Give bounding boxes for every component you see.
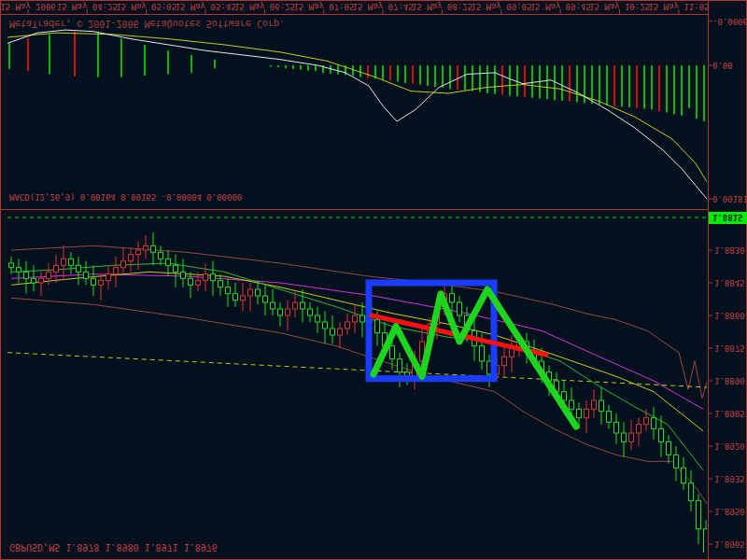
candle-body [159, 252, 163, 259]
candle-body [689, 483, 694, 501]
candle-body [450, 294, 455, 302]
candle-body [204, 274, 208, 281]
candle-body [458, 302, 462, 315]
candle-body [585, 409, 589, 417]
candle-body [614, 422, 619, 433]
candle-body [629, 433, 634, 441]
candle-body [256, 289, 261, 296]
price-axis-label: 1.8920 [714, 441, 745, 451]
candle-body [562, 392, 567, 400]
candle-body [398, 359, 402, 372]
candle-body [480, 346, 485, 361]
candle-body [32, 278, 36, 283]
candle-body [77, 265, 81, 272]
time-axis-label: 15 May 05:45 [176, 2, 236, 11]
chart-flipped-stage: 1.89651.89501.89351.89201.89051.88901.88… [0, 0, 747, 560]
candle-body [697, 500, 701, 528]
time-axis-label: 15 May 04:25 [57, 2, 118, 11]
candle-body [144, 245, 148, 250]
candle-body [263, 296, 268, 302]
candle-body [652, 418, 656, 429]
candle-body [577, 409, 582, 417]
time-axis-label: 15 May 07:45 [353, 2, 414, 11]
candle-body [622, 433, 627, 441]
time-axis-label: 15 May 2006 [0, 2, 56, 11]
macd-axis-label: 0.00181 [712, 194, 747, 203]
candle-body [174, 265, 178, 272]
price-axis-label: 1.8830 [714, 245, 745, 255]
price-axis-label: 1.8875 [714, 343, 745, 353]
candle-body [248, 289, 253, 296]
candle-body [136, 250, 141, 255]
candle-body [181, 272, 186, 278]
candle-body [278, 309, 283, 315]
candle-body [338, 329, 343, 335]
candle-body [570, 400, 574, 409]
candle-body [166, 259, 171, 265]
price-axis-label: 1.8860 [714, 311, 745, 320]
price-axis-label: 1.8950 [714, 507, 745, 516]
candle-body [9, 263, 14, 268]
candle-body [196, 281, 201, 286]
candle-body [189, 278, 193, 285]
candle-body [129, 255, 134, 261]
time-axis-label: 15 May 09:45 [530, 2, 591, 11]
candle-body [62, 259, 66, 265]
chart-canvas[interactable]: 1.89651.89501.89351.89201.89051.88901.88… [0, 0, 747, 560]
time-axis-label: 15 May 11:05 [648, 2, 709, 11]
candle-body [390, 346, 395, 359]
candle-body [17, 268, 21, 273]
candle-body [271, 302, 275, 309]
chart-title: GBPUSD,M5 1.8978 1.8980 1.8971 1.8976 [9, 542, 218, 553]
macd-label: MACD(12,26,9) 0.00164 0.00165 -0.00004 0… [9, 192, 242, 202]
candle-body [286, 309, 290, 315]
candle-body [607, 412, 612, 423]
candle-body [84, 272, 89, 278]
candle-body [682, 468, 686, 483]
candle-body [637, 425, 641, 433]
macd-axis-label: 0.00 [712, 61, 733, 70]
time-axis-label: 15 May 09:05 [471, 2, 531, 11]
candle-body [360, 315, 365, 322]
macd-axis-label: -0.0006 [712, 17, 747, 26]
candle-body [592, 400, 597, 409]
candle-body [316, 315, 320, 322]
price-axis-label: 1.8935 [714, 474, 745, 483]
time-axis-label: 15 May 08:25 [412, 2, 472, 11]
candle-body [218, 281, 223, 287]
price-axis-label: 1.8890 [714, 376, 745, 385]
mt4-chart-window: 1.89651.89501.89351.89201.89051.88901.88… [0, 0, 747, 560]
price-axis-label: 1.8905 [714, 409, 745, 418]
candle-body [659, 428, 664, 441]
candle-body [24, 272, 29, 278]
candle-body [54, 265, 59, 272]
watermark: MetaTrader, © 2001-2006 MetaQuotes Softw… [9, 19, 285, 29]
candle-body [106, 274, 111, 281]
candle-body [241, 296, 246, 301]
candle-body [233, 294, 238, 301]
candle-body [667, 441, 671, 455]
candle-body [331, 329, 335, 335]
time-axis-label: 15 May 07:05 [293, 2, 354, 11]
time-axis-label: 15 May 06:25 [234, 2, 295, 11]
candle-body [674, 455, 679, 468]
time-axis-label: 15 May 10:25 [589, 2, 650, 11]
price-axis-label: 1.8845 [714, 278, 745, 287]
time-axis-label: 15 May 05:05 [116, 2, 176, 11]
candle-body [375, 320, 380, 333]
candle-body [226, 287, 231, 294]
candle-body [293, 302, 298, 309]
candle-body [301, 302, 305, 309]
candle-body [211, 274, 216, 281]
candle-body [599, 400, 604, 412]
candle-body [345, 322, 350, 329]
candle-body [353, 315, 358, 322]
candle-body [39, 278, 44, 283]
candle-body [99, 281, 104, 286]
candle-body [308, 309, 313, 315]
candle-body [502, 357, 507, 365]
candle-body [323, 322, 328, 329]
candle-body [69, 259, 74, 265]
candle-body [121, 261, 126, 268]
price-axis-label: 1.8965 [714, 539, 745, 549]
